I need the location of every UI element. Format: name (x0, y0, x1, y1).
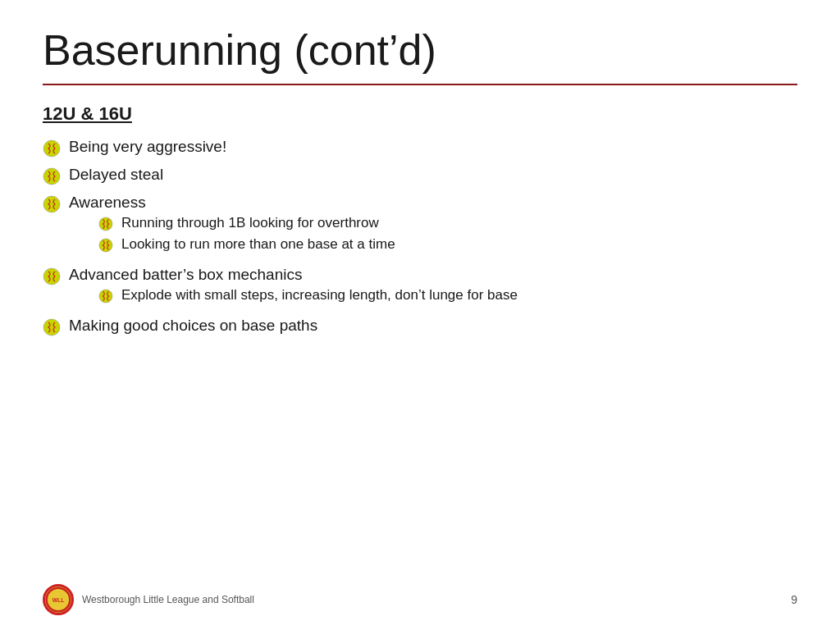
bullet-text-3: Awareness (69, 194, 146, 211)
section-heading: 12U & 16U (43, 103, 797, 125)
svg-point-4 (99, 239, 112, 252)
sub-bullet-text-3: Explode with small steps, increasing len… (121, 287, 518, 304)
sub-bullet-icon-1 (98, 217, 113, 231)
list-item: Delayed steal (43, 166, 797, 185)
bullet-icon-3 (43, 195, 61, 213)
bullet-advanced: Advanced batter’s box mechanics Explode … (69, 266, 518, 308)
svg-point-7 (43, 319, 60, 336)
main-bullet-list: Being very aggressive! Delayed steal (43, 138, 797, 336)
sub-list-item: Explode with small steps, increasing len… (69, 287, 518, 304)
footer-left: WLL Westborough Little League and Softba… (43, 584, 254, 615)
bullet-icon-5 (43, 318, 61, 336)
svg-text:WLL: WLL (52, 597, 65, 603)
bullet-text-4: Advanced batter’s box mechanics (69, 266, 302, 283)
svg-point-6 (99, 290, 112, 303)
svg-point-1 (43, 168, 60, 185)
slide: Baserunning (cont’d) 12U & 16U Being ver… (0, 0, 840, 630)
list-item: Being very aggressive! (43, 138, 797, 158)
bullet-icon-2 (43, 167, 61, 185)
svg-point-0 (43, 140, 60, 157)
sub-list-item: Looking to run more than one base at a t… (69, 236, 395, 253)
bullet-awareness: Awareness Running through 1B looking for (69, 194, 395, 258)
svg-point-3 (99, 217, 112, 231)
sub-bullet-text-2: Looking to run more than one base at a t… (121, 236, 395, 253)
content-area: 12U & 16U Being very aggressive! (43, 103, 797, 607)
bullet-icon-4 (43, 267, 61, 285)
title-divider (43, 84, 797, 85)
list-item: Awareness Running through 1B looking for (43, 194, 797, 258)
sub-bullet-icon-3 (98, 289, 113, 304)
footer: WLL Westborough Little League and Softba… (0, 584, 840, 615)
sub-list-advanced: Explode with small steps, increasing len… (69, 287, 518, 304)
slide-title: Baserunning (cont’d) (43, 26, 797, 75)
sub-bullet-icon-2 (98, 238, 113, 253)
sub-list-item: Running through 1B looking for overthrow (69, 215, 395, 231)
bullet-text-5: Making good choices on base paths (69, 317, 317, 335)
bullet-icon-1 (43, 139, 61, 158)
list-item: Making good choices on base paths (43, 317, 797, 336)
list-item: Advanced batter’s box mechanics Explode … (43, 266, 797, 308)
footer-page-number: 9 (791, 593, 797, 606)
bullet-text-2: Delayed steal (69, 166, 163, 184)
sub-list-awareness: Running through 1B looking for overthrow (69, 215, 395, 253)
sub-bullet-text-1: Running through 1B looking for overthrow (121, 215, 379, 231)
svg-point-5 (43, 268, 60, 285)
bullet-text-1: Being very aggressive! (69, 138, 226, 156)
svg-point-2 (43, 196, 60, 212)
footer-org-text: Westborough Little League and Softball (82, 594, 254, 605)
org-logo: WLL (43, 584, 74, 615)
